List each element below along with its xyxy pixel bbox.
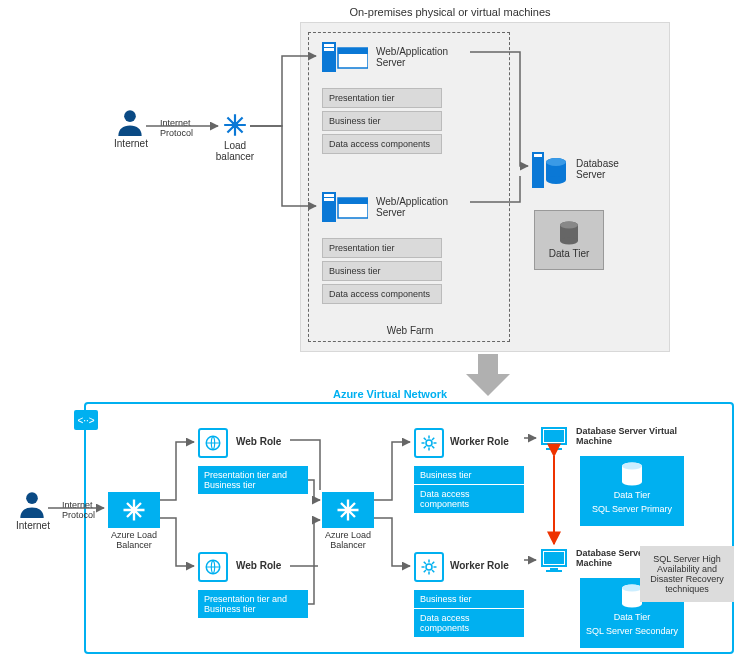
svg-rect-30 <box>544 430 564 442</box>
svg-rect-11 <box>338 198 368 204</box>
svg-rect-40 <box>546 570 562 572</box>
azure-load-balancer-label: Azure Load Balancer <box>106 530 162 550</box>
hadr-label: SQL Server High Availability and Disaste… <box>644 554 730 594</box>
svg-point-21 <box>560 222 578 229</box>
vnet-icon: <··> <box>74 410 98 430</box>
svg-point-1 <box>232 122 239 129</box>
svg-rect-4 <box>324 48 334 51</box>
database-server-icon <box>532 152 568 188</box>
svg-point-43 <box>622 601 642 608</box>
worker-role-label: Worker Role <box>450 560 509 571</box>
svg-point-0 <box>124 110 136 122</box>
svg-rect-3 <box>324 44 334 47</box>
server-icon <box>322 42 368 72</box>
svg-point-27 <box>426 440 432 446</box>
internet-label: Internet <box>108 138 154 149</box>
virtual-machine-icon <box>540 548 568 572</box>
user-icon <box>18 490 46 518</box>
svg-point-16 <box>546 176 566 184</box>
svg-point-35 <box>622 479 642 486</box>
cylinder-icon <box>621 462 643 486</box>
business-tier-label: Business tier <box>322 111 442 131</box>
web-role-icon <box>198 428 228 458</box>
business-tier-label: Business tier <box>322 261 442 281</box>
presentation-tier-label: Presentation tier <box>322 238 442 258</box>
data-access-label: Data access components <box>322 284 442 304</box>
svg-rect-8 <box>324 194 334 197</box>
hadr-note: SQL Server High Availability and Disaste… <box>640 546 734 602</box>
worker-role-icon <box>414 428 444 458</box>
sql-primary-box: Data Tier SQL Server Primary <box>580 456 684 526</box>
tier-stack: Presentation tier Business tier Data acc… <box>322 238 442 307</box>
database-server-label: Database Server <box>576 158 646 180</box>
business-tier-label: Business tier <box>414 590 524 609</box>
presentation-business-tier-label: Presentation tier and Business tier <box>198 590 308 618</box>
svg-rect-38 <box>544 552 564 564</box>
data-tier-label: Data Tier <box>580 490 684 500</box>
svg-point-44 <box>622 585 642 592</box>
web-role-tier: Presentation tier and Business tier <box>198 466 308 494</box>
webfarm-label: Web Farm <box>340 325 480 336</box>
worker-role-tier: Business tier Data access components <box>414 466 524 513</box>
load-balancer-label: Load balancer <box>210 140 260 162</box>
svg-point-36 <box>622 463 642 470</box>
web-role-label: Web Role <box>236 436 281 447</box>
azure-load-balancer-icon <box>108 492 160 528</box>
db-vm-label: Database Server Virtual Machine <box>576 426 686 446</box>
cylinder-icon <box>559 221 579 245</box>
worker-role-icon <box>414 552 444 582</box>
svg-rect-12 <box>532 152 544 188</box>
azure-load-balancer-icon <box>322 492 374 528</box>
presentation-tier-label: Presentation tier <box>322 88 442 108</box>
data-tier-box: Data Tier <box>534 210 604 270</box>
web-role-icon <box>198 552 228 582</box>
sql-primary-label: SQL Server Primary <box>580 504 684 514</box>
web-role-label: Web Role <box>236 560 281 571</box>
presentation-business-tier-label: Presentation tier and Business tier <box>198 466 308 494</box>
svg-rect-13 <box>534 154 542 157</box>
internet-label: Internet <box>10 520 56 531</box>
svg-point-23 <box>131 507 137 513</box>
business-tier-label: Business tier <box>414 466 524 485</box>
svg-point-20 <box>560 238 578 245</box>
sql-secondary-label: SQL Server Secondary <box>580 626 684 636</box>
web-app-server-label: Web/Application Server <box>376 46 476 68</box>
load-balancer-icon <box>222 112 248 138</box>
data-access-label: Data access components <box>322 134 442 154</box>
azure-load-balancer-label: Azure Load Balancer <box>320 530 376 550</box>
web-app-server-label: Web/Application Server <box>376 196 476 218</box>
internet-protocol-label: Internet Protocol <box>160 118 208 138</box>
azure-vnet-title: Azure Virtual Network <box>310 388 470 400</box>
onprem-title: On-premises physical or virtual machines <box>300 6 600 18</box>
data-tier-label: Data Tier <box>580 612 684 622</box>
tier-stack: Presentation tier Business tier Data acc… <box>322 88 442 157</box>
svg-point-17 <box>546 158 566 166</box>
worker-role-tier: Business tier Data access components <box>414 590 524 637</box>
virtual-machine-icon <box>540 426 568 450</box>
data-access-label: Data access components <box>414 609 524 637</box>
internet-protocol-label: Internet Protocol <box>62 500 110 520</box>
server-icon <box>322 192 368 222</box>
svg-rect-32 <box>546 448 562 450</box>
worker-role-label: Worker Role <box>450 436 509 447</box>
svg-point-24 <box>345 507 351 513</box>
svg-rect-6 <box>338 48 368 54</box>
data-tier-label: Data Tier <box>549 248 590 259</box>
user-icon <box>116 108 144 136</box>
svg-rect-39 <box>550 568 558 570</box>
data-access-label: Data access components <box>414 485 524 513</box>
svg-point-28 <box>426 564 432 570</box>
svg-rect-31 <box>550 446 558 448</box>
svg-point-22 <box>26 492 38 504</box>
web-role-tier: Presentation tier and Business tier <box>198 590 308 618</box>
svg-rect-9 <box>324 198 334 201</box>
